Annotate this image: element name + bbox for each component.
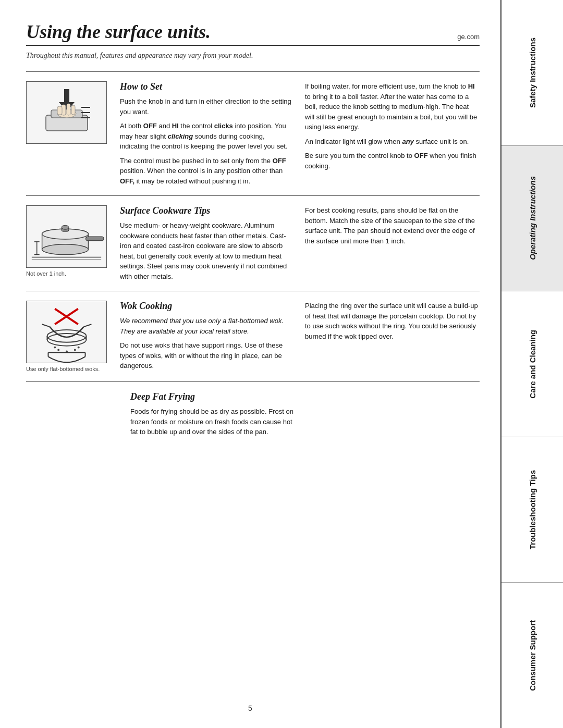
wok-cooking-col1: Wok Cooking We recommend that you use on… <box>120 301 295 371</box>
svg-point-30 <box>54 347 56 349</box>
wok-cooking-section: Use only flat-bottomed woks. Wok Cooking… <box>26 291 480 381</box>
wok-cooking-image: Use only flat-bottomed woks. <box>26 301 109 372</box>
how-to-set-col1: How to Set Push the knob in and turn in … <box>120 81 295 186</box>
how-to-set-section: How to Set Push the knob in and turn in … <box>26 71 480 195</box>
main-content: Using the surface units. ge.com Througho… <box>0 0 500 728</box>
deep-fat-frying-spacer <box>26 391 120 437</box>
wok-image-caption: Use only flat-bottomed woks. <box>26 366 100 372</box>
svg-point-31 <box>78 347 80 349</box>
pan-image-caption: Not over 1 inch. <box>26 270 66 277</box>
sidebar-care-cleaning: Care and Cleaning <box>501 291 563 437</box>
subtitle: Throughout this manual, features and app… <box>26 50 480 61</box>
deep-fat-frying-section: Deep Fat Frying Foods for frying should … <box>26 381 480 447</box>
deep-fat-frying-heading: Deep Fat Frying <box>130 391 300 402</box>
how-to-set-image <box>26 81 109 144</box>
how-to-set-col2-p2: An indicator light will glow when any su… <box>305 137 480 147</box>
deep-fat-frying-content: Deep Fat Frying Foods for frying should … <box>26 391 480 437</box>
surface-cookware-heading: Surface Cookware Tips <box>120 205 295 216</box>
svg-point-23 <box>47 334 86 346</box>
surface-cookware-p1: Use medium- or heavy-weight cookware. Al… <box>120 220 295 281</box>
pan-illustration <box>26 205 107 268</box>
wok-cooking-heading: Wok Cooking <box>120 301 295 312</box>
wok-cooking-italic: We recommend that you use only a flat-bo… <box>120 316 295 336</box>
svg-point-27 <box>57 349 59 351</box>
sidebar-consumer-label: Consumer Support <box>528 620 537 691</box>
wok-cooking-col2-p1: Placing the ring over the surface unit w… <box>305 301 480 341</box>
sidebar-care-label: Care and Cleaning <box>528 330 537 399</box>
svg-point-24 <box>47 330 86 342</box>
wok-cooking-text: Wok Cooking We recommend that you use on… <box>120 301 480 371</box>
how-to-set-p2: At both OFF and HI the control clicks in… <box>120 121 295 152</box>
svg-point-13 <box>42 244 89 255</box>
surface-cookware-col2: For best cooking results, pans should be… <box>305 205 480 281</box>
svg-rect-5 <box>67 104 70 115</box>
sidebar-operating-instructions: Operating Instructions <box>501 146 563 292</box>
deep-fat-frying-p1: Foods for frying should be as dry as pos… <box>130 406 300 437</box>
wok-cooking-col2: Placing the ring over the surface unit w… <box>305 301 480 371</box>
svg-point-17 <box>62 225 69 229</box>
sidebar-safety-instructions: Safety Instructions <box>501 0 563 146</box>
page-header: Using the surface units. ge.com <box>26 21 480 46</box>
right-sidebar: Safety Instructions Operating Instructio… <box>500 0 563 728</box>
how-to-set-heading: How to Set <box>120 81 295 92</box>
how-to-set-col2-p1: If boiling water, for more efficient use… <box>305 81 480 132</box>
sidebar-operating-label: Operating Instructions <box>528 176 537 260</box>
svg-rect-6 <box>71 105 75 115</box>
svg-line-32 <box>42 324 50 327</box>
svg-rect-7 <box>57 106 62 115</box>
surface-cookware-text: Surface Cookware Tips Use medium- or hea… <box>120 205 480 281</box>
how-to-set-col2-p3: Be sure you turn the control knob to OFF… <box>305 151 480 171</box>
deep-fat-frying-col2 <box>310 391 480 437</box>
page-title: Using the surface units. <box>26 21 211 43</box>
website-label: ge.com <box>457 33 480 43</box>
svg-line-33 <box>84 324 92 327</box>
svg-rect-14 <box>86 237 104 241</box>
how-to-set-p3: The control must be pushed in to set onl… <box>120 156 295 187</box>
wok-illustration <box>26 301 107 363</box>
svg-point-29 <box>74 349 76 351</box>
sidebar-troubleshooting-label: Troubleshooting Tips <box>528 470 537 549</box>
sidebar-troubleshooting: Troubleshooting Tips <box>501 437 563 583</box>
how-to-set-col2: If boiling water, for more efficient use… <box>305 81 480 186</box>
sidebar-consumer-support: Consumer Support <box>501 583 563 728</box>
surface-cookware-col1: Surface Cookware Tips Use medium- or hea… <box>120 205 295 281</box>
deep-fat-frying-text: Deep Fat Frying Foods for frying should … <box>130 391 480 437</box>
surface-cookware-section: Not over 1 inch. Surface Cookware Tips U… <box>26 195 480 291</box>
page-number: 5 <box>248 704 252 712</box>
how-to-set-text: How to Set Push the knob in and turn in … <box>120 81 480 186</box>
knob-illustration <box>26 81 107 144</box>
how-to-set-p1: Push the knob in and turn in either dire… <box>120 96 295 117</box>
deep-fat-frying-col1: Deep Fat Frying Foods for frying should … <box>130 391 300 437</box>
sidebar-safety-label: Safety Instructions <box>528 38 537 108</box>
wok-cooking-p1: Do not use woks that have support rings.… <box>120 340 295 371</box>
surface-cookware-col2-p1: For best cooking results, pans should be… <box>305 205 480 246</box>
surface-cookware-image: Not over 1 inch. <box>26 205 109 277</box>
